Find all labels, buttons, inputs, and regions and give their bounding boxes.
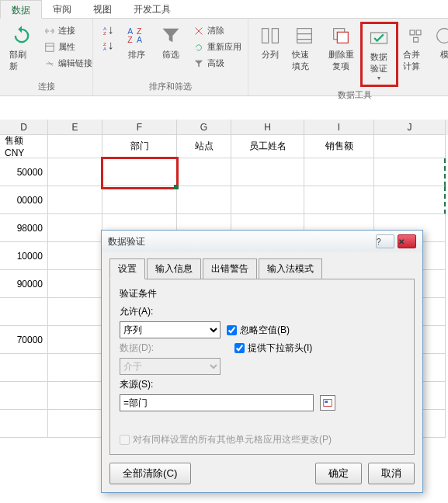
col-I[interactable]: I xyxy=(304,120,374,135)
data-validation-button[interactable]: 数据验证 ▾ xyxy=(360,22,398,87)
close-button[interactable]: ✕ xyxy=(398,234,416,248)
section-label: 验证条件 xyxy=(120,287,405,300)
ok-button[interactable]: 确定 xyxy=(315,463,362,484)
cell[interactable]: 站点 xyxy=(177,135,231,158)
sim-label: 模 xyxy=(440,49,448,61)
dlg-tab-ime[interactable]: 输入法模式 xyxy=(259,258,322,279)
col-F[interactable]: F xyxy=(102,120,177,135)
svg-text:Z: Z xyxy=(127,35,133,44)
cell[interactable] xyxy=(231,186,304,214)
cell[interactable]: 销售额 xyxy=(304,135,374,158)
col-E[interactable]: E xyxy=(48,120,102,135)
sort-button[interactable]: AZZA 排序 xyxy=(120,22,154,64)
cell[interactable] xyxy=(304,158,374,186)
col-J[interactable]: J xyxy=(374,120,446,135)
clear-all-button[interactable]: 全部清除(C) xyxy=(109,463,191,484)
cell[interactable] xyxy=(48,410,102,438)
remove-duplicates-button[interactable]: 删除重复项 xyxy=(321,22,360,75)
refresh-icon xyxy=(11,25,33,47)
cell[interactable]: 50000 xyxy=(0,158,48,186)
whatif-icon xyxy=(433,25,448,47)
cell[interactable]: 10000 xyxy=(0,242,48,270)
reapply-button[interactable]: 重新应用 xyxy=(191,40,244,54)
dlg-tab-input[interactable]: 输入信息 xyxy=(147,258,201,279)
svg-text:Z: Z xyxy=(137,26,142,36)
properties-button[interactable]: 属性 xyxy=(42,40,95,54)
edit-links-button[interactable]: 编辑链接 xyxy=(42,56,95,71)
cell[interactable] xyxy=(48,158,102,186)
connections-button[interactable]: 连接 xyxy=(42,23,95,38)
filter-button[interactable]: 筛选 xyxy=(154,22,188,64)
col-H[interactable]: H xyxy=(231,120,304,135)
chevron-down-icon: ▾ xyxy=(377,75,380,82)
link-icon xyxy=(44,26,55,36)
cell[interactable] xyxy=(0,410,48,438)
cell[interactable] xyxy=(374,135,446,158)
dialog-title: 数据验证 xyxy=(108,235,373,248)
cell[interactable] xyxy=(48,298,102,326)
cell[interactable] xyxy=(48,186,102,214)
cell[interactable] xyxy=(48,270,102,298)
dlg-tab-error[interactable]: 出错警告 xyxy=(203,258,257,279)
cell[interactable] xyxy=(374,186,446,214)
whatif-button[interactable]: 模 xyxy=(432,22,448,64)
cell[interactable] xyxy=(0,354,48,382)
cell[interactable] xyxy=(102,186,177,214)
advanced-button[interactable]: 高级 xyxy=(191,56,244,71)
tab-view[interactable]: 视图 xyxy=(82,0,123,18)
source-input[interactable] xyxy=(120,394,314,411)
refresh-all-button[interactable]: 部刷新 xyxy=(5,22,39,75)
cell[interactable]: 90000 xyxy=(0,270,48,298)
tab-review[interactable]: 审阅 xyxy=(42,0,82,18)
cell[interactable] xyxy=(177,186,231,214)
cell[interactable] xyxy=(231,158,304,186)
cell[interactable]: 98000 xyxy=(0,214,48,242)
flash-fill-button[interactable]: 快速填充 xyxy=(287,22,321,75)
help-button[interactable]: ? xyxy=(376,234,394,248)
tab-data[interactable]: 数据 xyxy=(0,0,42,19)
cell[interactable]: 70000 xyxy=(0,326,48,354)
dialog-panel: 验证条件 允许(A): 序列 忽略空值(B) 数据(D): 提供下拉箭头(I) xyxy=(109,279,415,455)
col-G[interactable]: G xyxy=(177,120,231,135)
source-label: 来源(S): xyxy=(120,378,166,391)
sort-asc-icon: AZ xyxy=(103,25,114,36)
cell[interactable] xyxy=(0,298,48,326)
cell[interactable] xyxy=(374,158,446,186)
cell[interactable] xyxy=(48,214,102,242)
cell[interactable] xyxy=(48,326,102,354)
cell[interactable] xyxy=(48,382,102,410)
dialog-tabs: 设置 输入信息 出错警告 输入法模式 xyxy=(102,252,422,279)
col-D[interactable]: D xyxy=(0,120,48,135)
consolidate-button[interactable]: 合并计算 xyxy=(398,22,432,75)
tab-developer[interactable]: 开发工具 xyxy=(123,0,182,18)
sort-desc-button[interactable]: ZA xyxy=(101,39,116,53)
cell[interactable]: 00000 xyxy=(0,186,48,214)
cell[interactable]: 员工姓名 xyxy=(231,135,304,158)
cell[interactable] xyxy=(48,135,102,158)
clear-filter-button[interactable]: 清除 xyxy=(191,23,244,38)
cell[interactable] xyxy=(0,382,48,410)
ribbon: 部刷新 连接 属性 编辑链接 连接 AZ ZA AZZA 排序 筛选 xyxy=(0,19,448,96)
dlg-tab-settings[interactable]: 设置 xyxy=(109,258,145,279)
dropdown-checkbox[interactable]: 提供下拉箭头(I) xyxy=(234,342,312,355)
text-to-columns-button[interactable]: 分列 xyxy=(253,22,287,64)
edit-link-icon xyxy=(44,58,55,69)
sort-asc-button[interactable]: AZ xyxy=(101,23,116,37)
group-data-tools: 分列 快速填充 删除重复项 数据验证 ▾ 合并计算 模 xyxy=(248,19,448,95)
cell[interactable] xyxy=(177,158,231,186)
cancel-button[interactable]: 取消 xyxy=(368,463,415,484)
range-picker-button[interactable] xyxy=(320,395,335,411)
cell[interactable] xyxy=(48,242,102,270)
data-validation-dialog: 数据验证 ? ✕ 设置 输入信息 出错警告 输入法模式 验证条件 允许(A): … xyxy=(101,230,423,493)
dialog-footer: 全部清除(C) 确定 取消 xyxy=(102,455,422,492)
cell[interactable] xyxy=(304,186,374,214)
split-label: 分列 xyxy=(262,49,279,61)
cell[interactable]: 售额CNY xyxy=(0,135,48,158)
dialog-titlebar[interactable]: 数据验证 ? ✕ xyxy=(102,231,422,252)
active-cell[interactable] xyxy=(102,158,177,186)
data-label: 数据(D): xyxy=(120,342,166,355)
ignore-blank-checkbox[interactable]: 忽略空值(B) xyxy=(227,324,290,337)
cell[interactable] xyxy=(48,354,102,382)
allow-select[interactable]: 序列 xyxy=(120,321,221,338)
cell[interactable]: 部门 xyxy=(102,135,177,158)
